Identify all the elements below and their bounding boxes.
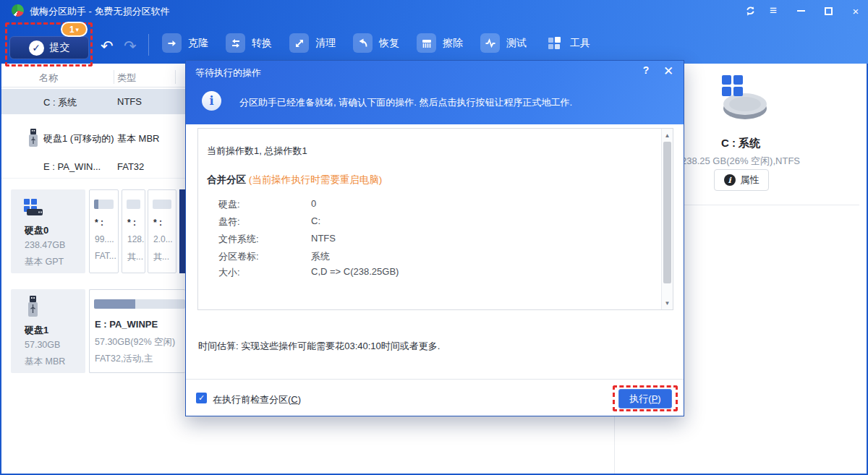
- toolbar-item-label: 清理: [315, 37, 336, 50]
- column-header-type[interactable]: 类型: [117, 72, 136, 85]
- disk1-partition-e[interactable]: E : PA_WINPE 57.30GB(92% 空闲) FAT32,活动,主: [89, 289, 185, 373]
- partition-fs: FAT...: [95, 251, 116, 261]
- header-chrome: 傲梅分区助手 - 免费无损分区软件 ≡ × ✓ 提交 1 ▾ ↶ ↷ 克隆: [0, 0, 868, 64]
- partition-type: NTFS: [117, 96, 142, 107]
- detail-value: NTFS: [311, 233, 336, 244]
- pending-operations-badge[interactable]: 1 ▾: [61, 22, 88, 37]
- app-window: 傲梅分区助手 - 免费无损分区软件 ≡ × ✓ 提交 1 ▾ ↶ ↷ 克隆: [0, 0, 868, 475]
- disk-icon: [23, 198, 43, 217]
- disk0-partition-1[interactable]: * : 99.... FAT...: [89, 189, 119, 273]
- toolbar-item-tools[interactable]: 工具: [544, 33, 590, 53]
- erase-icon: [417, 33, 436, 53]
- dialog-title: 等待执行的操作: [195, 67, 261, 80]
- execute-highlight-dashes: [613, 385, 678, 411]
- dialog-divider: [186, 379, 684, 380]
- detail-label: 盘符:: [218, 215, 240, 228]
- detail-label: 硬盘:: [218, 198, 240, 211]
- clean-icon: [289, 33, 309, 53]
- disk-name: 硬盘0: [25, 224, 48, 237]
- check-partitions-checkbox[interactable]: ✓: [196, 393, 207, 403]
- partition-3d-disk-icon: [716, 74, 770, 121]
- toolbar-item-test[interactable]: 测试: [480, 33, 527, 53]
- toolbar-item-convert[interactable]: 转换: [226, 33, 272, 53]
- partition-fs: FAT32,活动,主: [95, 353, 153, 365]
- operation-warning: (当前操作执行时需要重启电脑): [249, 174, 383, 185]
- scroll-down-icon[interactable]: ▼: [662, 297, 673, 309]
- detail-value: C:: [311, 215, 320, 226]
- refresh-icon[interactable]: [742, 4, 758, 17]
- partition-fs: 其...: [127, 251, 143, 263]
- pending-operations-dialog: 等待执行的操作 ? ✕ i 分区助手已经准备就绪, 请确认下面的操作. 然后点击…: [185, 60, 684, 416]
- usb-icon: [27, 295, 39, 318]
- undo-button[interactable]: ↶: [101, 38, 114, 55]
- column-divider: [114, 70, 114, 84]
- capacity-bar: [153, 200, 171, 209]
- app-logo-icon: [12, 4, 24, 17]
- disk0-partition-2[interactable]: * : 128... 其...: [122, 189, 145, 273]
- disk-style: 基本 MBR: [25, 356, 65, 368]
- operation-title: 合并分区 (当前操作执行时需要重启电脑): [207, 174, 382, 187]
- disk-name: 硬盘1: [25, 324, 48, 337]
- disk-size: 57.30GB: [25, 340, 60, 350]
- toolbar-item-erase[interactable]: 擦除: [417, 33, 463, 53]
- dialog-close-icon[interactable]: ✕: [662, 64, 675, 79]
- badge-count: 1: [69, 25, 75, 35]
- properties-button[interactable]: i 属性: [714, 169, 769, 191]
- scrollbar-thumb[interactable]: [663, 142, 671, 283]
- clone-icon: [162, 33, 182, 53]
- usb-icon: [27, 128, 39, 148]
- operations-summary: 当前操作数1, 总操作数1: [207, 145, 307, 158]
- toolbar-item-clean[interactable]: 清理: [289, 33, 336, 53]
- toolbar-item-label: 工具: [570, 37, 590, 50]
- partition-size: 57.30GB(92% 空闲): [95, 336, 175, 348]
- help-icon[interactable]: ?: [639, 64, 652, 76]
- toolbar-item-clone[interactable]: 克隆: [162, 33, 208, 53]
- redo-button[interactable]: ↷: [124, 38, 137, 55]
- info-icon: i: [724, 174, 736, 186]
- toolbar-item-label: 转换: [252, 37, 272, 50]
- partition-label: E : PA_WINPE: [95, 319, 158, 330]
- maximize-button[interactable]: [820, 4, 836, 17]
- capacity-bar: [127, 200, 140, 209]
- toolbar-item-recover[interactable]: 恢复: [353, 33, 399, 53]
- disk0-info-card[interactable]: 硬盘0 238.47GB 基本 GPT: [11, 189, 85, 273]
- partition-size: 99....: [95, 234, 114, 244]
- partition-fs: 其...: [153, 251, 169, 263]
- menu-icon[interactable]: ≡: [765, 4, 781, 17]
- detail-label: 分区卷标:: [218, 250, 259, 263]
- detail-value: C,D => C(238.25GB): [311, 266, 399, 277]
- info-icon: i: [202, 91, 221, 111]
- convert-icon: [226, 33, 245, 53]
- operations-list: 当前操作数1, 总操作数1 合并分区 (当前操作执行时需要重启电脑) 硬盘: 0…: [197, 128, 673, 310]
- recover-icon: [353, 33, 373, 53]
- partition-size: 128...: [127, 234, 145, 244]
- scrollbar[interactable]: ▲ ▼: [661, 129, 673, 309]
- minimize-button[interactable]: [793, 4, 809, 17]
- disk0-partition-3[interactable]: * : 2.0... 其...: [148, 189, 176, 273]
- check-partitions-label: 在执行前检查分区(C): [213, 393, 301, 406]
- partition-name: C : 系统: [43, 96, 77, 109]
- detail-label: 文件系统:: [218, 233, 259, 246]
- capacity-bar: [94, 200, 114, 209]
- toolbar-item-label: 测试: [506, 37, 527, 50]
- disk-name: 硬盘1 (可移动的): [43, 132, 114, 145]
- close-button[interactable]: ×: [848, 4, 864, 17]
- disk1-info-card[interactable]: 硬盘1 57.30GB 基本 MBR: [11, 289, 85, 373]
- dialog-banner-text: 分区助手已经准备就绪, 请确认下面的操作. 然后点击执行按钮让程序正式地工作.: [239, 96, 572, 109]
- partition-type: FAT32: [117, 161, 144, 172]
- chevron-down-icon: ▾: [76, 26, 80, 33]
- disk-type: 基本 MBR: [117, 132, 160, 145]
- toolbar: 克隆 转换 清理 恢复: [162, 33, 590, 53]
- partition-label: * :: [95, 218, 103, 228]
- operation-name: 合并分区: [207, 174, 246, 185]
- column-divider: [175, 70, 176, 84]
- detail-label: 大小:: [218, 266, 240, 279]
- disk-size: 238.47GB: [25, 240, 65, 250]
- toolbar-item-label: 克隆: [188, 37, 208, 50]
- tools-icon: [544, 33, 563, 53]
- partition-size: 2.0...: [153, 234, 173, 244]
- column-header-name[interactable]: 名称: [39, 72, 58, 85]
- partition-label: * :: [153, 218, 162, 228]
- scroll-up-icon[interactable]: ▲: [662, 129, 673, 141]
- detail-value: 0: [311, 198, 316, 209]
